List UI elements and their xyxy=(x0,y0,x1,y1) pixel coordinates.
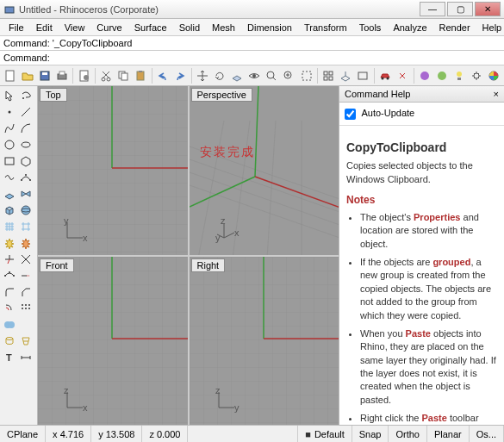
viewport-top[interactable]: Top xy xyxy=(38,86,188,255)
polygon-tool[interactable] xyxy=(18,153,34,169)
svg-point-15 xyxy=(267,72,274,78)
redo-icon[interactable] xyxy=(172,67,189,84)
text-tool[interactable]: T xyxy=(2,350,17,365)
menu-help[interactable]: Help xyxy=(477,21,504,34)
named-view-icon[interactable] xyxy=(355,67,371,84)
menu-dimension[interactable]: Dimension xyxy=(242,21,297,34)
menu-view[interactable]: View xyxy=(59,21,90,34)
revolve-tool[interactable] xyxy=(2,333,17,349)
viewport-front[interactable]: Front xz xyxy=(38,257,188,426)
split-tool[interactable] xyxy=(18,252,34,267)
svg-point-45 xyxy=(28,304,30,306)
surface-edge-tool[interactable] xyxy=(18,186,34,202)
gear-icon[interactable] xyxy=(469,67,485,84)
zoom-selected-icon[interactable] xyxy=(298,67,314,84)
menu-analyze[interactable]: Analyze xyxy=(388,21,432,34)
print-icon[interactable] xyxy=(53,67,70,84)
close-button[interactable]: ✕ xyxy=(475,2,501,16)
viewport-perspective[interactable]: Perspective 安装完成 zxy xyxy=(190,86,339,255)
viewport-top-label[interactable]: Top xyxy=(40,88,67,102)
cut-icon[interactable] xyxy=(98,67,115,84)
status-planar[interactable]: Planar xyxy=(427,426,470,442)
light-icon[interactable] xyxy=(451,67,468,84)
arc-tool[interactable] xyxy=(18,121,34,136)
menu-mesh[interactable]: Mesh xyxy=(207,21,240,34)
trim-tool[interactable] xyxy=(2,252,17,267)
mesh-tool[interactable] xyxy=(2,219,17,234)
menu-edit[interactable]: Edit xyxy=(31,21,58,34)
undo-icon[interactable] xyxy=(155,67,171,84)
curve-edit-tool[interactable] xyxy=(18,170,34,185)
left-toolbox: T xyxy=(0,86,38,425)
copy-icon[interactable] xyxy=(115,67,132,84)
auto-update-checkbox-label[interactable]: Auto-Update xyxy=(345,108,414,118)
extend-tool[interactable] xyxy=(18,268,34,283)
dim-tool[interactable] xyxy=(18,350,34,365)
open-icon[interactable] xyxy=(19,67,35,84)
loft-tool[interactable] xyxy=(18,333,34,349)
view-icon[interactable] xyxy=(246,67,263,84)
viewport-perspective-label[interactable]: Perspective xyxy=(191,88,252,102)
points-on-tool[interactable] xyxy=(2,268,17,283)
array-tool[interactable] xyxy=(18,301,34,316)
viewport-right-label[interactable]: Right xyxy=(191,258,226,272)
boolean-diff-tool[interactable] xyxy=(18,317,34,333)
lasso-tool[interactable] xyxy=(18,88,34,103)
view4-icon[interactable] xyxy=(320,67,337,84)
viewport-front-label[interactable]: Front xyxy=(40,258,74,272)
line-tool[interactable] xyxy=(18,104,34,120)
chamfer-tool[interactable] xyxy=(18,284,34,300)
sphere-tool[interactable] xyxy=(18,202,34,218)
surface-corner-tool[interactable] xyxy=(2,186,17,202)
explode-tool[interactable] xyxy=(2,235,17,251)
rect-tool[interactable] xyxy=(2,153,17,169)
cplane2-icon[interactable] xyxy=(338,67,354,84)
interp-curve-tool[interactable] xyxy=(2,170,17,185)
edit-mesh-tool[interactable] xyxy=(18,219,34,234)
menu-solid[interactable]: Solid xyxy=(174,21,205,34)
menu-render[interactable]: Render xyxy=(434,21,476,34)
statusbar: CPlane x 4.716 y 13.508 z 0.000 ■Default… xyxy=(0,425,504,442)
status-ortho[interactable]: Ortho xyxy=(389,426,427,442)
arrow-tool[interactable] xyxy=(2,88,17,103)
menu-curve[interactable]: Curve xyxy=(91,21,127,34)
status-cplane-label[interactable]: CPlane xyxy=(0,426,46,442)
auto-update-checkbox[interactable] xyxy=(345,109,356,120)
car-icon[interactable] xyxy=(377,67,394,84)
menu-transform[interactable]: Transform xyxy=(299,21,352,34)
point-tool[interactable] xyxy=(2,104,17,120)
boolean-union-tool[interactable] xyxy=(2,317,17,333)
menu-file[interactable]: File xyxy=(3,21,29,34)
offset-tool[interactable] xyxy=(2,301,17,316)
zoom-extents-icon[interactable] xyxy=(264,67,280,84)
rotate-icon[interactable] xyxy=(212,67,228,84)
status-snap[interactable]: Snap xyxy=(352,426,389,442)
fillet-tool[interactable] xyxy=(2,284,17,300)
viewport-right[interactable]: Right yz xyxy=(190,257,339,426)
color-wheel-icon[interactable] xyxy=(486,67,502,84)
cplane-icon[interactable] xyxy=(229,67,246,84)
status-osnap[interactable]: Os... xyxy=(470,426,504,442)
svg-point-24 xyxy=(387,77,389,79)
command-input[interactable] xyxy=(53,53,501,63)
box-tool[interactable] xyxy=(2,202,17,218)
help-panel-close-icon[interactable]: × xyxy=(494,89,499,99)
menu-surface[interactable]: Surface xyxy=(129,21,172,34)
save-icon[interactable] xyxy=(36,67,53,84)
render-icon[interactable] xyxy=(434,67,451,84)
menu-tools[interactable]: Tools xyxy=(354,21,387,34)
curve-tool[interactable] xyxy=(2,121,17,136)
circle-tool[interactable] xyxy=(2,137,17,153)
shade-icon[interactable] xyxy=(417,67,433,84)
ellipse-tool[interactable] xyxy=(18,137,34,153)
explode-icon[interactable] xyxy=(395,67,411,84)
zoom-window-icon[interactable] xyxy=(281,67,297,84)
minimize-button[interactable]: — xyxy=(420,2,445,16)
new-icon[interactable] xyxy=(2,67,18,84)
maximize-button[interactable]: ▢ xyxy=(447,2,473,16)
join-tool[interactable] xyxy=(18,235,34,251)
paste-icon[interactable] xyxy=(133,67,149,84)
doc-props-icon[interactable] xyxy=(76,67,92,84)
move-icon[interactable] xyxy=(195,67,211,84)
status-layer[interactable]: ■Default xyxy=(298,426,352,442)
